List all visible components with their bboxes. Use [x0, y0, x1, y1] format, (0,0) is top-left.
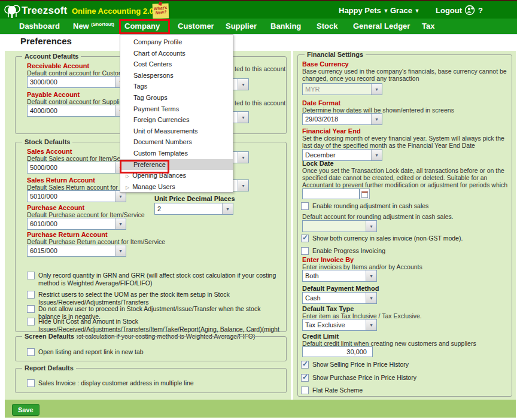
checkbox-label: Show both currency in sales invoice (non…: [312, 235, 463, 242]
unit-price-decimal-label: Unit Price Decimal Places: [154, 195, 235, 202]
default-tax-type-label: Default Tax Type: [302, 305, 354, 312]
menu-item-company-profile[interactable]: Company Profile: [120, 36, 233, 48]
brand-name: Treezsoft: [22, 5, 67, 17]
lock-date-label: Lock Date: [302, 160, 334, 167]
checkbox[interactable]: [301, 202, 309, 210]
receivable-account-select[interactable]: 3000/000▾: [27, 76, 126, 88]
footer-band: [5, 400, 516, 418]
menu-item-salespersons[interactable]: Salespersons: [120, 70, 233, 81]
checkbox-row-restrict-uom: Restrict users to select the UOM as per …: [27, 291, 283, 306]
nav-item-stock[interactable]: Stock: [317, 22, 337, 31]
checkbox-row-both-currency: Show both currency in sales invoice (non…: [301, 235, 507, 242]
nav-item-dashboard[interactable]: Dashboard: [19, 22, 60, 31]
checkbox-label: Flat Rate Scheme: [312, 386, 363, 394]
dropdown-arrow-icon: ▾: [366, 270, 376, 281]
dropdown-arrow-icon: ▾: [366, 293, 376, 303]
purchase-account-select[interactable]: 6010/000▾: [27, 218, 126, 230]
checkbox[interactable]: [301, 235, 309, 242]
nav-item-banking[interactable]: Banking: [270, 22, 301, 31]
checkbox[interactable]: [27, 272, 35, 279]
main-nav: Dashboard New (Shortout) Company Custome…: [0, 19, 517, 35]
checkbox-label: Only record quantity in GRN and GRR (wil…: [38, 272, 283, 287]
rounding-account-select: ▾: [302, 220, 377, 232]
checkbox-row-purchase-price-history: Show Purchase Price in Price History: [301, 374, 507, 382]
menu-item-manage-users[interactable]: ▷Manage Users: [120, 181, 233, 193]
purchase-account-label: Purchase Account: [27, 204, 84, 211]
nav-item-supplier[interactable]: Supplier: [226, 22, 257, 31]
payable-account-select[interactable]: 4000/000▾: [27, 105, 126, 117]
nav-item-new[interactable]: New (Shortout): [73, 22, 114, 31]
expand-arrow-icon: ▷: [126, 174, 129, 179]
nav-item-general-ledger[interactable]: General Ledger: [353, 22, 410, 31]
menu-item-foreign-currencies[interactable]: Foreign Currencies: [120, 114, 233, 126]
menu-item-payment-terms[interactable]: Payment Terms: [120, 104, 233, 115]
page-title: Preferences: [20, 36, 72, 46]
payable-account-label: Payable Account: [27, 91, 80, 98]
menu-item-document-numbers[interactable]: Document Numbers: [120, 136, 233, 148]
menu-item-tag-groups[interactable]: Tag Groups: [120, 92, 233, 104]
dropdown-arrow-icon: ▾: [371, 84, 382, 95]
date-format-select[interactable]: 29/03/2018▾: [302, 113, 382, 125]
checkbox[interactable]: [27, 348, 35, 356]
date-format-label: Date Format: [302, 99, 340, 106]
menu-item-opening-balances[interactable]: ▷Opening Balances: [120, 170, 233, 181]
dropdown-arrow-icon: ▾: [371, 114, 382, 124]
checkbox[interactable]: [27, 318, 35, 325]
checkbox[interactable]: [27, 305, 35, 313]
dropdown-arrow-icon: ▾: [366, 221, 376, 232]
menu-item-unit-of-measurements[interactable]: Unit of Measurements: [120, 126, 233, 137]
menu-item-custom-templates[interactable]: Custom Templates: [120, 148, 233, 159]
account-defaults-legend: Account Defaults: [22, 53, 81, 60]
company-switcher[interactable]: Happy Pets ▼: [339, 6, 388, 15]
calendar-icon[interactable]: [360, 188, 370, 199]
enter-invoice-by-select[interactable]: Both▾: [302, 270, 377, 282]
checkbox[interactable]: [301, 386, 309, 394]
sales-account-select[interactable]: 5000/000▾: [27, 162, 126, 174]
menu-item-chart-of-accounts[interactable]: Chart of Accounts: [120, 48, 233, 59]
checkbox[interactable]: [301, 361, 309, 369]
save-button[interactable]: Save: [12, 404, 39, 416]
checkbox[interactable]: [27, 379, 35, 387]
base-currency-desc: Base currency used in the company's fina…: [302, 68, 508, 82]
dropdown-arrow-icon: ▾: [115, 218, 126, 229]
checkbox[interactable]: [301, 374, 309, 382]
default-tax-type-select[interactable]: Tax Exclusive▾: [302, 319, 377, 331]
whats-new-note[interactable]: What's New?: [153, 4, 169, 19]
rounding-account-desc: Default account for rounding adjustment …: [302, 213, 508, 220]
nav-item-tax[interactable]: Tax: [422, 22, 434, 31]
purchase-return-account-select[interactable]: 6015/000▾: [27, 245, 126, 257]
sales-return-account-label: Sales Return Account: [27, 176, 95, 184]
default-payment-method-label: Default Payment Method: [302, 285, 379, 292]
checkbox-row-rounding-adjustment: Enable rounding adjustment in cash sales: [301, 202, 507, 210]
treezsoft-logo-icon: [3, 3, 22, 19]
chevron-down-icon: ▼: [383, 8, 388, 14]
user-menu[interactable]: Grace ▼: [390, 6, 419, 15]
menu-item-preference[interactable]: Preference: [120, 159, 233, 171]
checkbox-row-selling-price-history: Show Selling Price in Price History: [301, 361, 507, 369]
enter-invoice-by-label: Enter Invoice By: [302, 256, 354, 263]
credit-limit-input[interactable]: 30,000: [302, 346, 373, 357]
help-icon[interactable]: ?: [478, 6, 483, 15]
financial-year-end-select[interactable]: December▾: [302, 149, 382, 161]
checkbox-label: Show Purchase Price in Price History: [312, 374, 416, 382]
unit-price-decimal-select[interactable]: 2▾: [154, 203, 233, 215]
menu-item-cost-centers[interactable]: Cost Centers: [120, 59, 233, 70]
default-payment-method-select[interactable]: Cash▾: [302, 292, 377, 304]
treezsoft-app: Treezsoft Online Accounting 2.0 What's N…: [0, 0, 517, 420]
hidden-text-fragment: ted to this account: [235, 99, 285, 106]
add-user-icon[interactable]: [464, 5, 475, 16]
dropdown-arrow-icon: ▾: [238, 152, 248, 163]
hidden-text-fragment: ted to this account: [235, 65, 285, 72]
financial-year-end-label: Financial Year End: [302, 127, 361, 135]
expand-arrow-icon: ▷: [126, 185, 129, 190]
financial-settings-legend: Financial Settings: [305, 51, 366, 58]
base-currency-select: MYR▾: [302, 83, 382, 95]
menu-item-tags[interactable]: Tags: [120, 81, 233, 92]
nav-item-customer[interactable]: Customer: [178, 22, 214, 31]
nav-item-company[interactable]: Company: [124, 22, 160, 31]
logout-link[interactable]: Logout: [436, 6, 462, 15]
checkbox[interactable]: [27, 291, 35, 299]
sales-return-account-select[interactable]: 5010/000▾: [27, 190, 126, 202]
checkbox[interactable]: [301, 247, 309, 255]
lock-date-input[interactable]: [302, 188, 360, 199]
